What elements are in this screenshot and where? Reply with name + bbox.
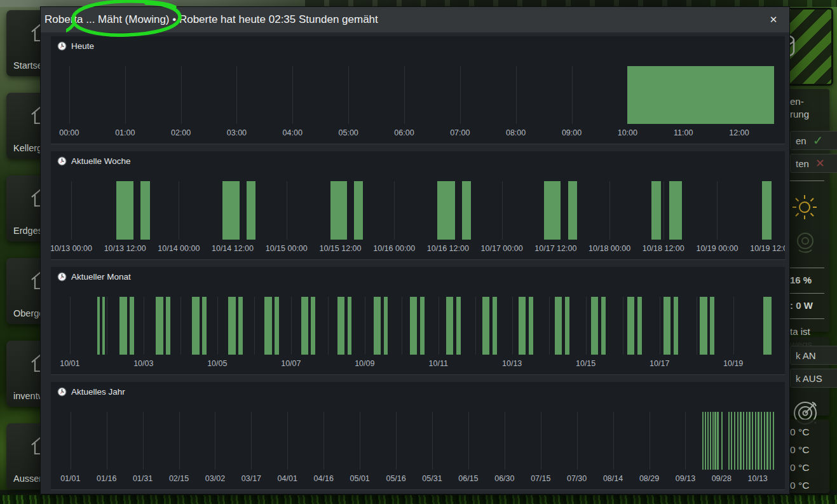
- x-tick-label: 04/01: [278, 474, 297, 483]
- gridline: [505, 412, 505, 470]
- cancel-button-label: ten: [796, 158, 809, 169]
- gridline: [254, 297, 255, 355]
- temperature-value: 0 °C: [790, 423, 829, 441]
- mow-interval-bar: [663, 297, 670, 355]
- on-button-label: k AN: [796, 350, 816, 361]
- off-button[interactable]: k AUS: [790, 369, 837, 388]
- mow-interval-bar: [462, 181, 471, 239]
- on-button[interactable]: k AN: [790, 346, 837, 365]
- x-tick-label: 10/19 12:00: [750, 244, 786, 253]
- x-tick-label: 10/03: [133, 359, 153, 368]
- mow-interval-bar: [710, 412, 711, 470]
- mow-interval-bar: [119, 297, 126, 355]
- panel-header: Heute: [57, 41, 94, 51]
- camera-icon: [791, 231, 819, 256]
- panel-title[interactable]: Aktueller Monat: [71, 272, 131, 282]
- mow-interval-bar: [238, 297, 243, 355]
- x-tick-label: 10/15 00:00: [266, 244, 308, 253]
- x-tick-label: 10/15 12:00: [319, 244, 361, 253]
- gridline: [609, 181, 610, 239]
- x-tick-label: 01/01: [60, 474, 80, 483]
- x-tick-label: 05/31: [422, 474, 442, 483]
- mow-interval-bar: [746, 412, 747, 470]
- mow-interval-bar: [555, 297, 562, 355]
- x-tick-label: 09/28: [712, 474, 732, 483]
- x-tick-label: 08/14: [603, 474, 623, 483]
- battery-value: 16 %: [790, 275, 829, 285]
- timeline-plot[interactable]: [56, 297, 780, 355]
- mow-interval-bar: [247, 181, 255, 239]
- x-tick-label: 10/18 00:00: [589, 244, 630, 253]
- timeline-plot[interactable]: [56, 412, 780, 470]
- panel-title[interactable]: Aktuelle Woche: [71, 156, 131, 166]
- mow-interval-bar: [717, 412, 718, 470]
- x-tick-label: 10/13: [502, 359, 522, 368]
- mow-interval-bar: [446, 297, 453, 355]
- temperature-value: 0 °C: [790, 459, 829, 477]
- cross-icon: ✕: [815, 156, 825, 170]
- x-tick-label: 10/16 12:00: [427, 244, 469, 253]
- gridline: [287, 412, 288, 470]
- mow-interval-bar: [651, 181, 661, 239]
- close-button[interactable]: ✕: [763, 9, 784, 31]
- gridline: [69, 66, 70, 124]
- smart-speaker-tile[interactable]: [790, 8, 833, 86]
- gridline: [217, 297, 218, 355]
- confirm-button[interactable]: en ✓: [790, 131, 837, 150]
- mow-interval-bar: [740, 412, 741, 470]
- x-tick-label: 10/11: [429, 359, 448, 368]
- mower-status-tile: en- rung en ✓ ten ✕: [790, 89, 829, 332]
- mow-interval-bar: [348, 297, 352, 355]
- temperature-value: 0 °C: [790, 441, 829, 459]
- mow-interval-bar: [568, 181, 577, 239]
- gridline: [697, 297, 697, 355]
- mow-interval-bar: [337, 297, 344, 355]
- power-value: : 0 W: [790, 300, 829, 311]
- mow-interval-bar: [311, 297, 315, 355]
- mow-interval-bar: [728, 412, 730, 470]
- grass-photo-strip: [0, 495, 837, 504]
- confirm-button-label: en: [796, 135, 806, 146]
- cancel-button[interactable]: ten ✕: [790, 154, 837, 173]
- x-tick-label: 10/13 12:00: [104, 244, 146, 253]
- mow-interval-bar: [707, 412, 709, 470]
- gridline: [181, 66, 182, 124]
- gridline: [650, 412, 650, 470]
- x-tick-label: 10/17 00:00: [481, 244, 523, 253]
- x-tick-label: 07/15: [531, 474, 550, 483]
- x-tick-label: 01/16: [97, 474, 116, 483]
- panel-title[interactable]: Heute: [71, 41, 94, 51]
- mow-interval-bar: [493, 297, 497, 355]
- x-axis: 01/0101/1601/3102/1503/0203/1704/0104/16…: [56, 474, 780, 485]
- panel-title[interactable]: Aktuelles Jahr: [71, 387, 125, 397]
- gridline: [516, 66, 517, 124]
- divider: [790, 293, 824, 294]
- mow-interval-bar: [627, 66, 774, 124]
- mow-interval-bar: [275, 297, 279, 355]
- gridline: [439, 297, 439, 355]
- x-tick-label: 08/29: [639, 474, 659, 483]
- x-tick-label: 03/02: [205, 474, 225, 483]
- x-tick-label: 10/05: [207, 359, 227, 368]
- gridline: [432, 412, 433, 470]
- x-tick-label: 04/16: [314, 474, 334, 483]
- mow-interval-bar: [763, 297, 772, 355]
- x-tick-label: 10/15: [576, 359, 595, 368]
- mow-interval-bar: [702, 412, 704, 470]
- gridline: [512, 297, 513, 355]
- x-tick-label: 05/01: [350, 474, 370, 483]
- divider: [790, 318, 824, 319]
- mow-interval-bar: [140, 181, 150, 239]
- x-tick-label: 06:00: [394, 128, 414, 137]
- gridline: [733, 297, 734, 355]
- mow-interval-bar: [761, 412, 762, 470]
- x-axis: 10/13 00:0010/13 12:0010/14 00:0010/14 1…: [56, 244, 780, 255]
- x-tick-label: 09/13: [676, 474, 695, 483]
- mow-interval-bar: [544, 181, 561, 239]
- x-tick-label: 01/31: [133, 474, 153, 483]
- timeline-plot[interactable]: [56, 66, 780, 124]
- x-tick-label: 10/09: [355, 359, 374, 368]
- clock-icon: [57, 41, 67, 51]
- mow-interval-bar: [752, 412, 753, 470]
- timeline-plot[interactable]: [56, 181, 780, 239]
